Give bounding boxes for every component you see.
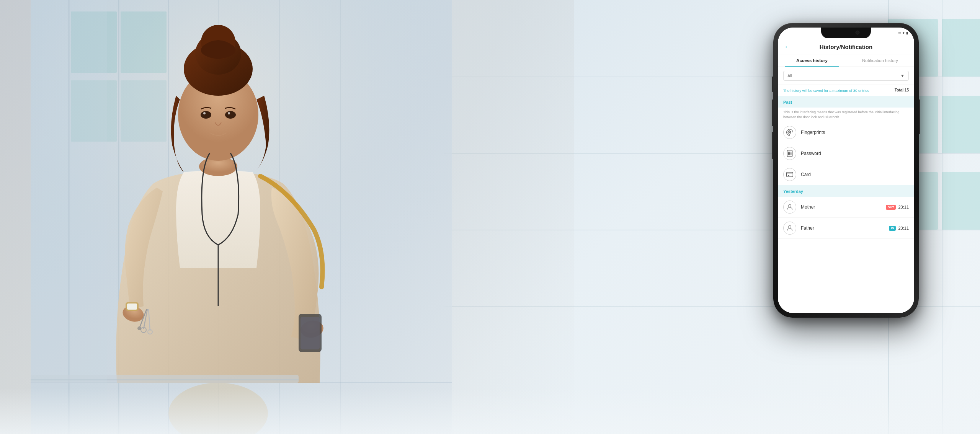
- battery-icon: ▮: [906, 31, 908, 35]
- app-screen: ← History/Notification Access history No…: [778, 38, 914, 313]
- father-in-badge: IN: [889, 226, 896, 231]
- svg-point-19: [201, 111, 211, 119]
- svg-rect-49: [787, 173, 793, 177]
- section-label-yesterday: Yesterday: [783, 189, 803, 194]
- svg-point-21: [203, 112, 206, 114]
- svg-point-22: [228, 112, 230, 114]
- phone-screen: ▪▪▪ ▾ ▮ ← History/Notification Access hi…: [778, 28, 914, 313]
- list-item-password[interactable]: Password: [778, 143, 914, 164]
- history-note: The history will be saved for a maximum …: [783, 88, 892, 93]
- list-item-mother[interactable]: Mother OUT 23:11: [778, 197, 914, 218]
- father-entry-info: IN 23:11: [889, 226, 909, 231]
- filter-dropdown[interactable]: All ▼: [783, 71, 909, 81]
- svg-point-35: [137, 326, 141, 330]
- section-label-past: Past: [783, 100, 792, 104]
- fingerprints-label: Fingerprints: [801, 130, 825, 135]
- svg-point-53: [789, 226, 791, 228]
- dropdown-icon: ▼: [900, 73, 905, 78]
- section-header-past: Past: [778, 96, 914, 108]
- woman-figure: [31, 0, 452, 434]
- tabs-container: Access history Notification history: [778, 54, 914, 67]
- app-title: History/Notification: [794, 44, 898, 50]
- mother-person-icon: [783, 201, 796, 214]
- filter-row: All ▼: [778, 67, 914, 85]
- svg-rect-29: [127, 303, 137, 310]
- mother-time: 23:11: [898, 205, 909, 209]
- svg-point-20: [225, 111, 236, 119]
- wifi-icon: ▾: [903, 31, 905, 35]
- history-info: The history will be saved for a maximum …: [778, 85, 914, 96]
- father-label: Father: [801, 225, 814, 231]
- list-item-card[interactable]: Card: [778, 164, 914, 185]
- father-person-icon: [783, 222, 796, 235]
- phone-device: ▪▪▪ ▾ ▮ ← History/Notification Access hi…: [773, 23, 919, 318]
- password-icon: [783, 147, 796, 160]
- svg-rect-38: [31, 0, 107, 434]
- svg-rect-11: [121, 80, 167, 142]
- mother-out-badge: OUT: [886, 205, 896, 210]
- fingerprint-icon: [783, 126, 796, 139]
- phone-notch: [821, 28, 871, 38]
- card-label: Card: [801, 172, 811, 177]
- svg-rect-27: [301, 317, 320, 349]
- tab-notification-history[interactable]: Notification history: [846, 54, 914, 67]
- svg-point-52: [789, 205, 791, 207]
- list-item-fingerprints[interactable]: Fingerprints: [778, 122, 914, 143]
- password-label: Password: [801, 151, 821, 156]
- app-header: ← History/Notification: [778, 38, 914, 54]
- father-time: 23:11: [898, 226, 909, 230]
- mother-entry-info: OUT 23:11: [886, 205, 909, 210]
- tab-access-history[interactable]: Access history: [778, 54, 846, 67]
- section-header-yesterday: Yesterday: [778, 185, 914, 197]
- list-item-father[interactable]: Father IN 23:11: [778, 218, 914, 239]
- history-total: Total 15: [895, 88, 909, 92]
- past-description: This is the interfacing means that was r…: [778, 108, 914, 122]
- bottom-fade: [0, 388, 980, 434]
- back-button[interactable]: ←: [784, 43, 791, 51]
- svg-rect-9: [121, 11, 167, 73]
- signal-icon: ▪▪▪: [897, 31, 901, 35]
- filter-value: All: [787, 73, 792, 78]
- mother-label: Mother: [801, 204, 815, 210]
- card-icon: [783, 168, 796, 181]
